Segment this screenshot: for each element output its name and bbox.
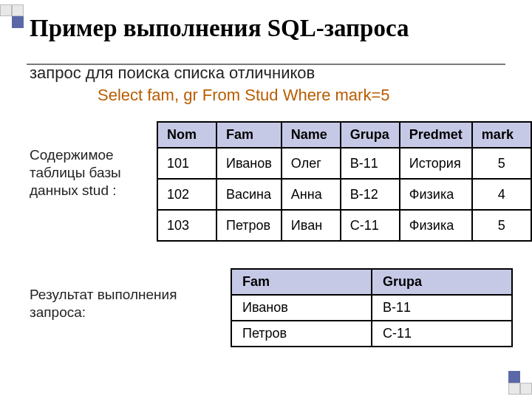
source-table-caption: Содержимое таблицы базы данных stud : xyxy=(30,121,146,199)
col-nom: Nom xyxy=(157,122,216,148)
divider-top xyxy=(27,64,505,65)
table-row: Иванов В-11 xyxy=(231,295,512,321)
col-grupa: Grupa xyxy=(341,122,400,148)
col-fam: Fam xyxy=(216,122,282,148)
table-row: Петров С-11 xyxy=(231,321,512,347)
sql-query: Select fam, gr From Stud Where mark=5 xyxy=(98,85,502,106)
intro-text: запрос для поиска списка отличников xyxy=(30,63,502,83)
col-name: Name xyxy=(282,122,341,148)
col-predmet: Predmet xyxy=(400,122,472,148)
table-row: 102 Васина Анна В-12 Физика 4 xyxy=(157,179,531,210)
col-mark: mark xyxy=(472,122,531,148)
result-table-caption: Результат выполнения запроса: xyxy=(30,268,210,321)
source-table: Nom Fam Name Grupa Predmet mark 101 Иван… xyxy=(157,121,532,242)
table-row: 101 Иванов Олег В-11 История 5 xyxy=(157,148,531,179)
result-col-fam: Fam xyxy=(231,269,372,295)
result-table: Fam Grupa Иванов В-11 Петров С-11 xyxy=(231,268,513,347)
table-row: 103 Петров Иван С-11 Физика 5 xyxy=(157,210,531,241)
result-col-grupa: Grupa xyxy=(372,269,512,295)
slide-title: Пример выполнения SQL-запроса xyxy=(30,15,502,42)
